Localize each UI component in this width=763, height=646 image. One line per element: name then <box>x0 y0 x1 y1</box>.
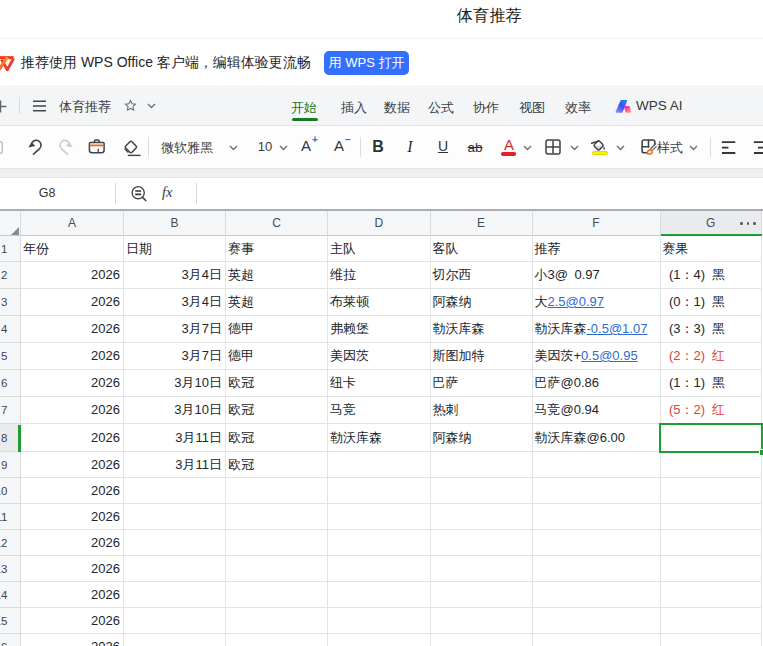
font-name-select[interactable]: 微软雅黑 <box>161 139 223 157</box>
cell-F4[interactable]: 勒沃库森-0.5@1.07 <box>533 316 661 343</box>
cell-G11[interactable] <box>661 504 763 530</box>
cell-G5[interactable]: (2：2) 红 <box>661 343 763 370</box>
hyperlink[interactable]: 2.5@0.97 <box>548 294 605 309</box>
column-header-F[interactable]: F <box>533 211 661 237</box>
cell-A4[interactable]: 2026 <box>21 316 124 343</box>
row-header-1[interactable]: 1 <box>0 236 21 262</box>
select-all-corner[interactable] <box>0 211 21 237</box>
cell-D5[interactable]: 美因茨 <box>328 343 431 370</box>
cell-B14[interactable] <box>124 582 226 608</box>
cell-F13[interactable] <box>533 556 661 582</box>
cell-C8[interactable]: 欧冠 <box>226 424 328 452</box>
font-size-chevron-icon[interactable] <box>279 145 288 151</box>
cell-G15[interactable] <box>661 608 763 634</box>
align-left-icon[interactable] <box>721 141 736 154</box>
cell-A16[interactable]: 2026 <box>21 634 124 646</box>
cell-B5[interactable]: 3月7日 <box>124 343 226 370</box>
cell-A5[interactable]: 2026 <box>21 343 124 370</box>
cell-B8[interactable]: 3月11日 <box>124 424 226 452</box>
cell-F2[interactable]: 小3@ 0.97 <box>533 262 661 289</box>
cell-C12[interactable] <box>226 530 328 556</box>
cell-G3[interactable]: (0：1) 黑 <box>661 289 763 316</box>
cell-G14[interactable] <box>661 582 763 608</box>
align-center-icon[interactable] <box>753 141 763 154</box>
cell-A7[interactable]: 2026 <box>21 397 124 424</box>
borders-icon[interactable] <box>545 139 561 155</box>
row-header-15[interactable]: 15 <box>0 608 21 634</box>
cell-B10[interactable] <box>124 478 226 504</box>
cell-B6[interactable]: 3月10日 <box>124 370 226 397</box>
row-header-10[interactable]: 10 <box>0 478 21 504</box>
cell-D8[interactable]: 勒沃库森 <box>328 424 431 452</box>
cell-G8[interactable] <box>661 424 763 452</box>
cell-F8[interactable]: 勒沃库森@6.00 <box>533 424 661 452</box>
cell-G12[interactable] <box>661 530 763 556</box>
borders-chevron-icon[interactable] <box>570 145 579 151</box>
eraser-icon[interactable] <box>123 140 142 157</box>
cell-B1[interactable]: 日期 <box>124 236 226 262</box>
font-color-chevron-icon[interactable] <box>523 145 532 151</box>
cell-E15[interactable] <box>431 608 533 634</box>
cell-B16[interactable] <box>124 634 226 646</box>
cell-F1[interactable]: 推荐 <box>533 236 661 262</box>
cell-E11[interactable] <box>431 504 533 530</box>
cell-F11[interactable] <box>533 504 661 530</box>
cell-E1[interactable]: 客队 <box>431 236 533 262</box>
row-header-12[interactable]: 12 <box>0 530 21 556</box>
cell-D1[interactable]: 主队 <box>328 236 431 262</box>
cell-B4[interactable]: 3月7日 <box>124 316 226 343</box>
cell-C2[interactable]: 英超 <box>226 262 328 289</box>
cell-C9[interactable]: 欧冠 <box>226 452 328 478</box>
cell-G1[interactable]: 赛果 <box>661 236 763 262</box>
cell-C4[interactable]: 德甲 <box>226 316 328 343</box>
fill-handle[interactable] <box>759 449 763 456</box>
format-painter-icon[interactable] <box>88 138 106 154</box>
cell-E9[interactable] <box>431 452 533 478</box>
cell-C15[interactable] <box>226 608 328 634</box>
cell-D7[interactable]: 马竞 <box>328 397 431 424</box>
cell-E6[interactable]: 巴萨 <box>431 370 533 397</box>
cell-D16[interactable] <box>328 634 431 646</box>
row-header-4[interactable]: 4 <box>0 316 21 343</box>
main-menu-icon[interactable] <box>33 100 46 112</box>
cell-A14[interactable]: 2026 <box>21 582 124 608</box>
cell-C16[interactable] <box>226 634 328 646</box>
cell-C10[interactable] <box>226 478 328 504</box>
cell-E13[interactable] <box>431 556 533 582</box>
row-header-3[interactable]: 3 <box>0 289 21 316</box>
cell-D13[interactable] <box>328 556 431 582</box>
cell-G10[interactable] <box>661 478 763 504</box>
fill-color-chevron-icon[interactable] <box>616 145 625 151</box>
document-name[interactable]: 体育推荐 <box>59 98 111 116</box>
cell-A13[interactable]: 2026 <box>21 556 124 582</box>
font-size-select[interactable]: 10 <box>256 139 274 154</box>
cell-F7[interactable]: 马竞@0.94 <box>533 397 661 424</box>
menu-tab-2[interactable]: 插入 <box>341 99 367 117</box>
cell-F12[interactable] <box>533 530 661 556</box>
cell-E16[interactable] <box>431 634 533 646</box>
cell-A3[interactable]: 2026 <box>21 289 124 316</box>
cell-F3[interactable]: 大2.5@0.97 <box>533 289 661 316</box>
doc-menu-chevron-icon[interactable] <box>147 103 156 109</box>
cell-E2[interactable]: 切尔西 <box>431 262 533 289</box>
cell-B3[interactable]: 3月4日 <box>124 289 226 316</box>
tab-wps-ai[interactable]: WPS AI <box>636 98 683 113</box>
cell-B11[interactable] <box>124 504 226 530</box>
menu-tab-6[interactable]: 视图 <box>519 99 545 117</box>
cell-C1[interactable]: 赛事 <box>226 236 328 262</box>
cell-F10[interactable] <box>533 478 661 504</box>
column-header-B[interactable]: B <box>124 211 226 237</box>
open-in-wps-button[interactable]: 用 WPS 打开 <box>324 51 409 75</box>
cell-E12[interactable] <box>431 530 533 556</box>
cell-B9[interactable]: 3月11日 <box>124 452 226 478</box>
row-header-7[interactable]: 7 <box>0 397 21 424</box>
row-header-14[interactable]: 14 <box>0 582 21 608</box>
cell-G6[interactable]: (1：1) 黑 <box>661 370 763 397</box>
cell-C5[interactable]: 德甲 <box>226 343 328 370</box>
cell-A15[interactable]: 2026 <box>21 608 124 634</box>
cell-D3[interactable]: 布莱顿 <box>328 289 431 316</box>
cell-B15[interactable] <box>124 608 226 634</box>
search-formula-icon[interactable] <box>130 185 149 203</box>
italic-button[interactable]: I <box>401 138 419 156</box>
cell-styles-button[interactable]: 样式 <box>657 139 683 157</box>
